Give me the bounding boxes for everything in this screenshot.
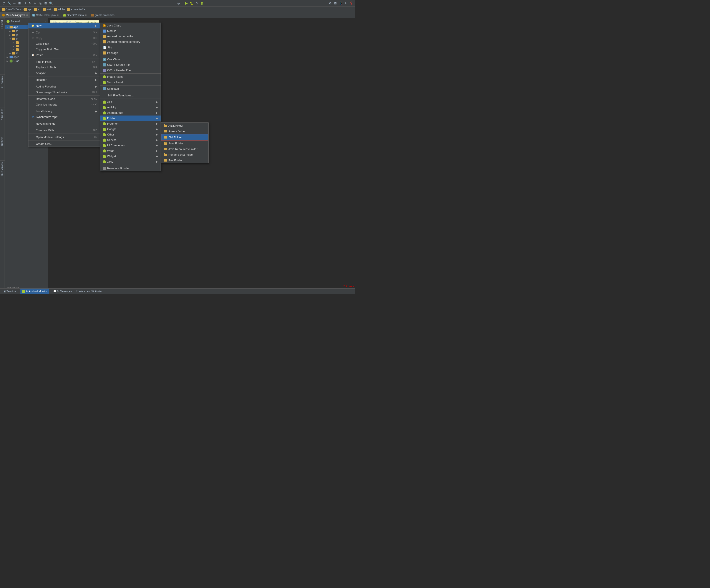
vtab-captures[interactable]: Captures (0, 135, 4, 148)
toolbar-icon-4[interactable]: ↻ (28, 1, 32, 5)
vtab-project[interactable]: 1: Project (0, 18, 4, 31)
menu-other[interactable]: Other ▶ (100, 132, 161, 137)
toolbar-icon-3[interactable]: ↺ (23, 1, 27, 5)
toolbar-settings[interactable]: ⚙ (328, 1, 332, 5)
breadcrumb-item[interactable]: main (43, 8, 52, 11)
tab-opencvdemo[interactable]: OpenCVDemo ✕ (61, 12, 89, 18)
toolbar-debug[interactable]: 🐛 (189, 1, 194, 5)
menu-shortcut: ⇧⌘T (91, 91, 97, 94)
menu-cpp-class[interactable]: S C++ Class (100, 57, 161, 62)
menu-assets-folder[interactable]: Assets Folder (161, 128, 208, 134)
menu-compare-with[interactable]: Compare With... ⌘D (28, 127, 100, 133)
toolbar-structure[interactable]: ⊟ (333, 1, 338, 5)
menu-cpp-header[interactable]: C/C++ Header File (100, 68, 161, 73)
menu-replace-path[interactable]: Replace in Path... ⇧⌘R (28, 65, 100, 70)
breadcrumb-item[interactable]: src (34, 8, 41, 11)
menu-paste[interactable]: Paste ⌘V (28, 52, 100, 58)
tab-close-btn[interactable]: ✕ (26, 14, 28, 16)
package-icon (103, 51, 106, 54)
breadcrumb-text[interactable]: src (38, 8, 41, 11)
toolbar-help[interactable]: ❓ (349, 1, 353, 5)
menu-service[interactable]: Service ▶ (100, 137, 161, 143)
menu-ui-component[interactable]: UI Component ▶ (100, 143, 161, 148)
menu-copy-plain[interactable]: Copy as Plain Text (28, 47, 100, 52)
tab-close-btn[interactable]: ✕ (85, 14, 87, 16)
breadcrumb-item[interactable]: armeabi-v7a (67, 8, 85, 11)
toolbar-icon-forward[interactable]: 🔧 (7, 1, 11, 5)
vtab-build-variants[interactable]: Build Variants (0, 161, 4, 177)
menu-copy[interactable]: Copy ⌘C (28, 35, 100, 41)
menu-widget[interactable]: Widget ▶ (100, 153, 161, 159)
breadcrumb-text[interactable]: app (28, 8, 32, 11)
breadcrumb-text[interactable]: main (47, 8, 52, 11)
menu-package[interactable]: Package (100, 50, 161, 55)
menu-reformat[interactable]: Reformat Code ⌥⌘L (28, 96, 100, 102)
breadcrumb-text[interactable]: OpenCVDemo (5, 8, 22, 11)
menu-add-favorites[interactable]: Add to Favorites ▶ (28, 83, 100, 89)
menu-java-resources-folder[interactable]: Java Resources Folder (161, 146, 208, 152)
menu-cut[interactable]: Cut ⌘X (28, 29, 100, 35)
menu-edit-templates[interactable]: Edit File Templates... (100, 93, 161, 98)
toolbar-android[interactable]: ▦ (200, 1, 204, 5)
menu-activity[interactable]: Activity ▶ (100, 105, 161, 110)
vtab-favorites[interactable]: 2: Favorites (0, 74, 4, 90)
menu-aidl-folder[interactable]: AIDL Folder (161, 123, 208, 128)
toolbar-icon-back[interactable]: ⬡ (2, 1, 6, 5)
menu-find-path[interactable]: Find in Path... ⇧⌘F (28, 59, 100, 65)
menu-image-asset[interactable]: Image Asset (100, 74, 161, 79)
toolbar-icon-7[interactable]: ⊡ (44, 1, 48, 5)
menu-renderscript-folder[interactable]: RenderScript Folder (161, 152, 208, 157)
menu-fragment[interactable]: Fragment ▶ (100, 121, 161, 126)
menu-file[interactable]: 📄 File (100, 45, 161, 50)
menu-java-folder[interactable]: Java Folder (161, 141, 208, 146)
menu-android-resource-file[interactable]: Android resource file (100, 34, 161, 39)
menu-optimize-imports[interactable]: Optimize Imports ^⌥O (28, 102, 100, 107)
menu-android-auto[interactable]: Android Auto ▶ (100, 110, 161, 116)
menu-singleton[interactable]: Singleton (100, 86, 161, 92)
menu-label: AIDL (107, 100, 113, 103)
toolbar-devices[interactable]: 📱 (338, 1, 343, 5)
toolbar-icon-1[interactable]: ☰ (12, 1, 17, 5)
tab-gradle[interactable]: gradle.properties (89, 12, 117, 18)
menu-google[interactable]: Google ▶ (100, 126, 161, 132)
breadcrumb-item[interactable]: jniLibs (54, 8, 65, 11)
toolbar-run[interactable]: ▶ (184, 1, 189, 5)
menu-cpp-source[interactable]: C/C++ Source File (100, 62, 161, 68)
menu-xml[interactable]: XML ▶ (100, 159, 161, 164)
menu-jni-folder[interactable]: JNI Folder (161, 134, 208, 141)
menu-resource-bundle[interactable]: Resource Bundle (100, 166, 161, 171)
tab-close-btn[interactable]: ✕ (57, 14, 59, 16)
toolbar-icon-5[interactable]: ✂ (33, 1, 38, 5)
toolbar-coverage[interactable]: ⊙ (195, 1, 199, 5)
menu-module[interactable]: Module (100, 28, 161, 34)
toolbar-icon-2[interactable]: ⊞ (17, 1, 22, 5)
toolbar-sdk[interactable]: ⬇ (344, 1, 348, 5)
tab-statichelper[interactable]: C StaticHelper.java ✕ (30, 12, 61, 18)
menu-android-resource-dir[interactable]: Android resource directory (100, 39, 161, 45)
toolbar-icon-6[interactable]: ⎘ (38, 1, 43, 5)
menu-folder[interactable]: Folder ▶ (100, 116, 161, 121)
menu-refactor[interactable]: Refactor ▶ (28, 77, 100, 82)
menu-create-gist[interactable]: Create Gist... (28, 141, 100, 147)
breadcrumb-item[interactable]: app (24, 8, 32, 11)
menu-local-history[interactable]: Local History ▶ (28, 108, 100, 114)
breadcrumb-item[interactable]: OpenCVDemo (2, 8, 22, 11)
breadcrumb-text[interactable]: jniLibs (57, 8, 65, 11)
menu-copy-path[interactable]: Copy Path ⇧⌘C (28, 41, 100, 47)
menu-java-class[interactable]: J Java Class (100, 23, 161, 28)
menu-wear[interactable]: Wear ▶ (100, 148, 161, 153)
menu-synchronize[interactable]: ↻ Synchronize 'app' (28, 114, 100, 120)
menu-res-folder[interactable]: Res Folder (161, 157, 208, 163)
breadcrumb-text[interactable]: armeabi-v7a (70, 8, 85, 11)
menu-vector-asset[interactable]: Vector Asset (100, 79, 161, 85)
menu-show-thumbnails[interactable]: Show Image Thumbnails ⇧⌘T (28, 89, 100, 95)
menu-reveal-finder[interactable]: Reveal in Finder (28, 121, 100, 126)
tab-mainactivity[interactable]: MainActivity.java ✕ (0, 12, 30, 18)
menu-analyze[interactable]: Analyze ▶ (28, 70, 100, 76)
menu-new[interactable]: 📁 New ▶ (28, 23, 100, 28)
vtab-structure[interactable]: Z: Structure (0, 107, 4, 122)
menu-open-module-settings[interactable]: Open Module Settings ⌘↓ (28, 134, 100, 140)
refactor-icon (31, 78, 34, 81)
toolbar-icon-8[interactable]: 🔍 (49, 1, 53, 5)
menu-aidl[interactable]: AIDL ▶ (100, 99, 161, 105)
